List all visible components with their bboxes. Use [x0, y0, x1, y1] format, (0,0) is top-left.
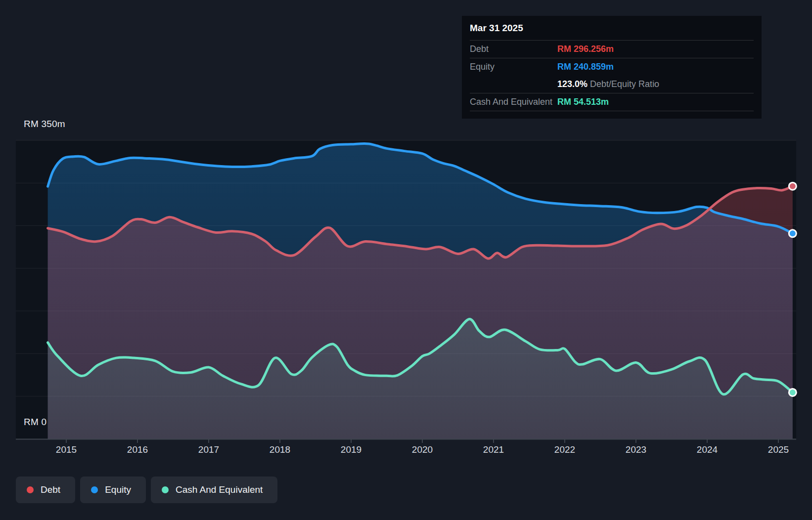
tooltip-date: Mar 31 2025 [470, 16, 754, 41]
tooltip-row-label: Debt [470, 44, 557, 54]
x-tick-label-2017: 2017 [198, 444, 219, 455]
x-tick-label-2019: 2019 [341, 444, 361, 455]
x-tick-label-2025: 2025 [768, 444, 789, 455]
tooltip-bottom-pad [470, 111, 754, 119]
tooltip-row-debt: DebtRM 296.256m [470, 41, 754, 58]
legend: DebtEquityCash And Equivalent [16, 477, 277, 503]
tooltip-row-equity: EquityRM 240.859m [470, 58, 754, 76]
tooltip-rows: DebtRM 296.256mEquityRM 240.859m123.0% D… [470, 41, 754, 111]
x-tick-label-2021: 2021 [483, 444, 504, 455]
tooltip-row-value: 123.0% Debt/Equity Ratio [557, 79, 659, 89]
tooltip-row-value: RM 54.513m [557, 97, 609, 107]
legend-chip-debt[interactable]: Debt [16, 477, 75, 503]
x-tick-label-2015: 2015 [56, 444, 77, 455]
x-tick-label-2022: 2022 [554, 444, 575, 455]
x-tick-label-2018: 2018 [270, 444, 290, 455]
tooltip-row-label: Equity [470, 62, 557, 72]
chart-panel: RM 350m RM 0 201520162017201820192020202… [0, 0, 812, 520]
end-marker-equity[interactable] [789, 230, 796, 237]
x-tick-label-2024: 2024 [697, 444, 718, 455]
legend-dot-icon [162, 486, 169, 493]
legend-chip-equity[interactable]: Equity [80, 477, 146, 503]
legend-label: Debt [41, 484, 60, 495]
tooltip-row-cash-and-equivalent: Cash And EquivalentRM 54.513m [470, 93, 754, 111]
x-tick-label-2016: 2016 [127, 444, 148, 455]
y-axis-max-label: RM 350m [24, 119, 65, 130]
tooltip-row-label: Cash And Equivalent [470, 97, 557, 107]
y-axis-zero-label: RM 0 [24, 417, 46, 428]
tooltip-row-debt-equity-ratio: 123.0% Debt/Equity Ratio [470, 76, 754, 93]
legend-label: Cash And Equivalent [176, 484, 263, 495]
tooltip: Mar 31 2025 DebtRM 296.256mEquityRM 240.… [462, 16, 762, 119]
tooltip-row-value: RM 240.859m [557, 62, 614, 72]
end-marker-cash-and-equivalent[interactable] [789, 389, 796, 396]
tooltip-row-value: RM 296.256m [557, 44, 614, 54]
legend-label: Equity [105, 484, 131, 495]
legend-chip-cash-and-equivalent[interactable]: Cash And Equivalent [151, 477, 277, 503]
x-tick-label-2020: 2020 [412, 444, 433, 455]
end-marker-debt[interactable] [789, 182, 796, 190]
legend-dot-icon [27, 486, 34, 493]
legend-dot-icon [91, 486, 98, 493]
x-tick-label-2023: 2023 [626, 444, 646, 455]
